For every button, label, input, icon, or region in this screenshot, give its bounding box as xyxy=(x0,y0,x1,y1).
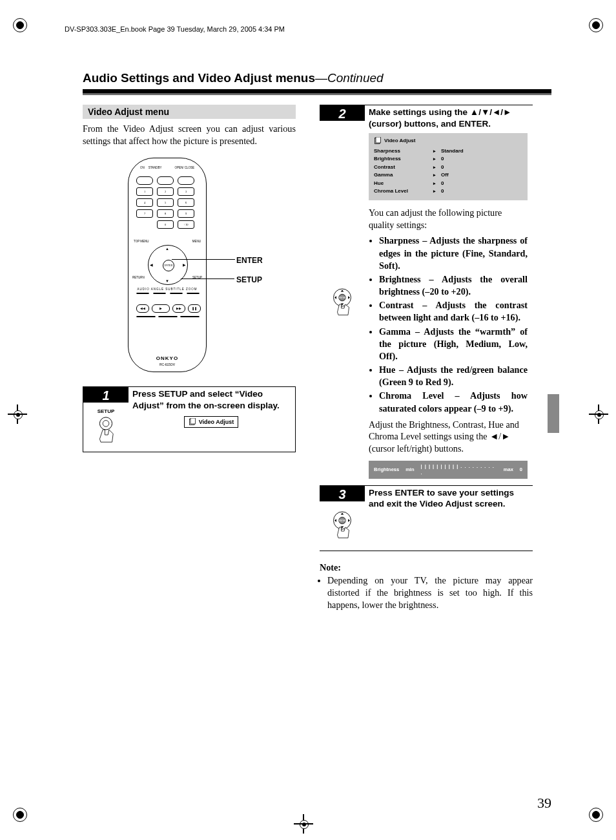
remote-button xyxy=(187,293,200,294)
arrow-right-icon xyxy=(433,156,440,162)
reg-mark-icon xyxy=(13,808,27,822)
setting-name: Chroma Level xyxy=(379,390,444,401)
step-3-box: 3 ENTER Press ENTER to save your setting… xyxy=(320,486,533,551)
step-1-instruction: Press SETUP and select “Video Adjust” fr… xyxy=(132,389,280,410)
osd-key: Hue xyxy=(374,180,432,187)
remote-button xyxy=(136,293,149,294)
section-title-main: Audio Settings and Video Adjust menus xyxy=(83,71,315,85)
setting-description-item: Chroma Level – Adjusts how saturated col… xyxy=(379,390,528,414)
svg-marker-19 xyxy=(348,519,350,522)
remote-row-labels: AUDIO ANGLE SUBTITLE ZOOM xyxy=(128,288,206,291)
osd-value: 0 xyxy=(441,156,522,162)
osd-value: 0 xyxy=(441,188,522,194)
subheading-video-adjust: Video Adjust menu xyxy=(83,105,296,119)
svg-text:ENTER: ENTER xyxy=(339,520,346,522)
step-number: 3 xyxy=(320,486,365,501)
document-icon xyxy=(374,137,382,145)
cross-register-icon xyxy=(8,404,27,424)
remote-button: 4 xyxy=(136,198,153,207)
bar-value: 0 xyxy=(520,467,522,473)
setting-description-item: Sharpness – Adjusts the sharpness of edg… xyxy=(379,235,528,272)
bar-ticks: | | | | | | | | | | . . . . . . . . . . xyxy=(421,463,497,476)
arrow-right-icon xyxy=(433,148,440,154)
remote-return-label: RETURN xyxy=(132,276,145,279)
note-block: Note: Depending on your TV, the picture … xyxy=(320,562,533,616)
remote-button xyxy=(158,316,178,317)
setting-description-item: Gamma – Adjusts the “warmth” of the pict… xyxy=(379,326,528,363)
setting-description-item: Brightness – Adjusts the overall brightn… xyxy=(379,273,528,298)
remote-pause-button: ❚❚ xyxy=(188,304,201,313)
svg-point-0 xyxy=(99,417,112,430)
osd-value: 0 xyxy=(441,164,522,171)
callout-label-enter: ENTER xyxy=(236,256,263,265)
osd-row: GammaOff xyxy=(374,171,522,179)
step-3-instruction: Press ENTER to save your settings and ex… xyxy=(369,488,514,509)
remote-play-button: ▶ xyxy=(152,304,170,313)
remote-open-label: OPEN/ CLOSE xyxy=(175,166,195,169)
osd-title-text: Video Adjust xyxy=(384,138,415,144)
osd-value: Standard xyxy=(441,148,522,154)
note-bullet: Depending on your TV, the picture may ap… xyxy=(327,574,533,612)
remote-button xyxy=(180,316,200,317)
bar-max-label: max xyxy=(504,467,513,473)
arrow-right-icon xyxy=(433,180,440,187)
thumb-tab xyxy=(548,394,559,433)
remote-button: 8 xyxy=(157,209,174,218)
remote-button xyxy=(153,293,166,294)
remote-illustration: ON STANDBY OPEN/ CLOSE 1 2 3 4 5 6 7 xyxy=(128,158,251,372)
bar-min-label: min xyxy=(406,467,414,473)
setting-name: Contrast xyxy=(379,300,414,310)
setup-button-label: SETUP xyxy=(86,408,126,414)
setting-name: Gamma xyxy=(379,326,411,337)
svg-rect-3 xyxy=(190,418,196,424)
setting-description: – Adjusts the red/green balance (Green 9… xyxy=(379,364,528,387)
remote-button: +10 xyxy=(178,220,194,229)
reg-mark-icon xyxy=(589,808,603,822)
cursor-enter-hand-icon: ENTER xyxy=(327,510,358,541)
osd-chip: Video Adjust xyxy=(184,416,239,428)
remote-button xyxy=(170,293,183,294)
reg-mark-icon xyxy=(13,18,27,32)
left-arrow-icon: ◀ xyxy=(150,262,153,267)
remote-button xyxy=(136,176,153,185)
remote-button: 5 xyxy=(157,198,174,207)
brightness-bar: Brightness min | | | | | | | | | | . . .… xyxy=(369,461,528,479)
cross-register-icon xyxy=(589,404,608,424)
svg-point-1 xyxy=(103,420,109,426)
section-title-continued: —Continued xyxy=(315,71,384,85)
remote-transport-button: ▶▶ xyxy=(172,304,185,313)
osd-row: SharpnessStandard xyxy=(374,147,522,155)
setting-description-item: Hue – Adjusts the red/green balance (Gre… xyxy=(379,364,528,388)
remote-menu-label: MENU xyxy=(192,240,201,243)
remote-brand-label: ONKYO xyxy=(128,355,206,361)
bar-label: Brightness xyxy=(374,467,399,473)
intro-paragraph: From the Video Adjust screen you can adj… xyxy=(83,123,296,147)
section-title: Audio Settings and Video Adjust menus—Co… xyxy=(83,71,384,85)
remote-button: 7 xyxy=(136,209,153,218)
svg-text:ENTER: ENTER xyxy=(339,297,346,299)
svg-marker-7 xyxy=(341,289,344,291)
osd-key: Brightness xyxy=(374,156,432,162)
osd-row: Contrast0 xyxy=(374,163,522,171)
svg-marker-18 xyxy=(334,519,336,522)
up-arrow-icon: ▲ xyxy=(165,247,169,251)
arrow-right-icon xyxy=(433,188,440,194)
step-number: 1 xyxy=(83,387,128,403)
osd-chip-label: Video Adjust xyxy=(199,419,234,426)
remote-button xyxy=(178,176,194,185)
setting-name: Brightness xyxy=(379,274,421,284)
cross-register-icon xyxy=(294,814,313,834)
osd-row: Chroma Level0 xyxy=(374,187,522,195)
osd-key: Contrast xyxy=(374,164,432,171)
remote-button: 3 xyxy=(178,187,194,196)
remote-enter-button: ENTER xyxy=(163,260,174,271)
step-1-box: 1 SETUP Press SETUP and select “Video Ad… xyxy=(83,386,296,452)
callout-line xyxy=(172,259,235,260)
remote-standby-label: STANDBY xyxy=(149,166,162,169)
remote-button xyxy=(136,316,156,317)
step-2-box: 2 ENTER Make settings using the ▲/▼/◄/► … xyxy=(320,105,533,486)
osd-key: Sharpness xyxy=(374,148,432,154)
remote-button: 0 xyxy=(157,220,174,229)
setting-description-item: Contrast – Adjusts the contrast between … xyxy=(379,299,528,324)
press-button-hand-icon xyxy=(90,414,121,445)
